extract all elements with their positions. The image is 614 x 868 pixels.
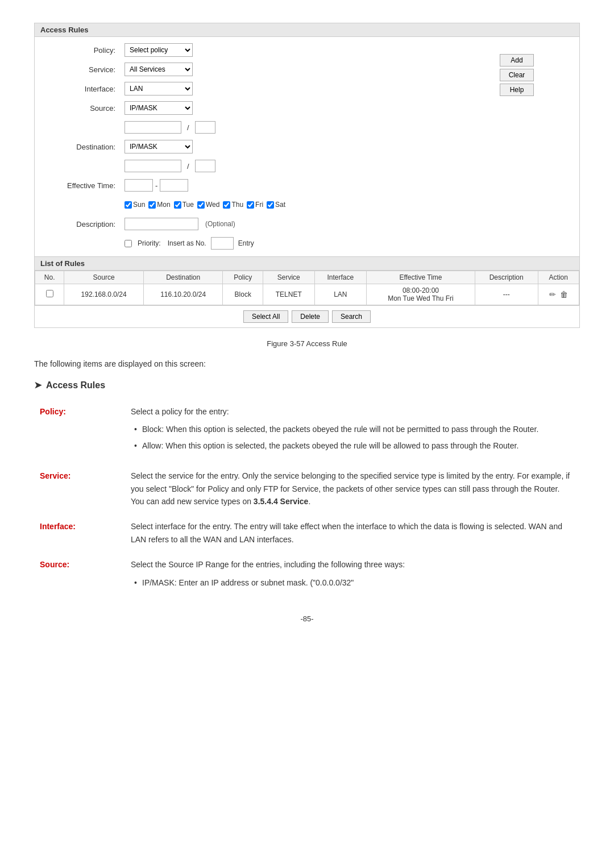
dest-slash: /: [187, 162, 189, 171]
policy-desc-table: Policy: Select a policy for the entry: B…: [34, 402, 580, 460]
service-desc-table: Service: Select the service for the entr…: [34, 466, 580, 511]
col-policy: Policy: [223, 271, 263, 284]
table-row: 192.168.0.0/24 116.10.20.0/24 Block TELN…: [35, 284, 579, 305]
dest-type-row: Destination: IP/MASK IP Range ANY: [46, 139, 568, 154]
row-action: ✏ 🗑: [538, 284, 579, 305]
policy-label: Policy:: [46, 46, 120, 55]
section-title-text: Access Rules: [46, 380, 105, 391]
source-ip-input[interactable]: 0.0.0.0: [125, 121, 181, 134]
row-source: 192.168.0.0/24: [64, 284, 144, 305]
help-button[interactable]: Help: [500, 84, 534, 96]
day-tue[interactable]: Tue: [174, 201, 194, 209]
day-fri[interactable]: Fri: [247, 201, 263, 209]
source-desc-content: Select the Source IP Range for the entri…: [125, 555, 580, 597]
access-rules-panel: Access Rules Policy: Select policy Block…: [34, 23, 580, 328]
figure-caption: Figure 3-57 Access Rule: [34, 339, 580, 348]
service-desc-row: Service: Select the service for the entr…: [34, 466, 580, 511]
col-source: Source: [64, 271, 144, 284]
service-desc-label: Service:: [34, 466, 125, 511]
edit-icon[interactable]: ✏: [549, 290, 556, 299]
day-mon[interactable]: Mon: [148, 201, 170, 209]
add-button[interactable]: Add: [500, 54, 534, 67]
priority-label: Priority:: [138, 239, 161, 247]
row-interface: LAN: [314, 284, 367, 305]
source-desc-row: Source: Select the Source IP Range for t…: [34, 555, 580, 597]
day-sun[interactable]: Sun: [125, 201, 145, 209]
table-actions: Select All Delete Search: [35, 305, 579, 327]
policy-select[interactable]: Select policy Block Allow: [125, 43, 193, 57]
time-range: 00:00 - 24:00: [125, 179, 188, 192]
policy-bullet-allow: Allow: When this option is selected, the…: [131, 438, 574, 454]
day-thu[interactable]: Thu: [223, 201, 243, 209]
col-interface: Interface: [314, 271, 367, 284]
policy-desc-label: Policy:: [34, 402, 125, 460]
source-bullet-ipmask: IP/MASK: Enter an IP address or subnet m…: [131, 575, 574, 591]
policy-desc-content: Select a policy for the entry: Block: Wh…: [125, 402, 580, 460]
interface-desc-content: Select interface for the entry. The entr…: [125, 517, 580, 549]
source-label: Source:: [46, 104, 120, 113]
interface-desc-label: Interface:: [34, 517, 125, 549]
destination-label: Destination:: [46, 143, 120, 151]
source-slash: /: [187, 123, 189, 132]
policy-row: Policy: Select policy Block Allow Add Cl…: [46, 43, 568, 57]
days-checkboxes: Sun Mon Tue Wed Thu Fri Sat: [125, 201, 285, 209]
access-rules-title: Access Rules: [35, 23, 579, 37]
source-intro: Select the Source IP Range for the entri…: [131, 558, 574, 571]
interface-select[interactable]: LAN WAN: [125, 82, 193, 95]
service-select[interactable]: All Services: [125, 63, 193, 76]
effective-time-label: Effective Time:: [46, 181, 120, 190]
priority-checkbox[interactable]: [125, 240, 132, 247]
row-description: ---: [475, 284, 538, 305]
interface-desc-table: Interface: Select interface for the entr…: [34, 517, 580, 549]
interface-label: Interface:: [46, 85, 120, 93]
delete-button[interactable]: Delete: [292, 310, 329, 323]
col-destination: Destination: [143, 271, 223, 284]
dest-ip-row: 0.0.0.0 / 32: [46, 159, 568, 173]
row-checkbox[interactable]: [46, 290, 53, 297]
policy-bullet-block: Block: When this option is selected, the…: [131, 421, 574, 437]
source-bullet-list: IP/MASK: Enter an IP address or subnet m…: [131, 575, 574, 591]
dest-mask-input[interactable]: 32: [195, 160, 215, 172]
page-number: -85-: [34, 614, 580, 623]
row-policy: Block: [223, 284, 263, 305]
source-desc-label: Source:: [34, 555, 125, 597]
row-destination: 116.10.20.0/24: [143, 284, 223, 305]
priority-input[interactable]: [211, 237, 234, 250]
time-start-input[interactable]: 00:00: [125, 179, 153, 192]
source-desc-table: Source: Select the Source IP Range for t…: [34, 555, 580, 597]
list-of-rules-title: List of Rules: [35, 256, 579, 271]
time-dash: -: [155, 181, 157, 190]
dest-ip-input[interactable]: 0.0.0.0: [125, 160, 181, 172]
description-label: Description:: [46, 220, 120, 229]
effective-time-line1: 08:00-20:00: [371, 286, 470, 294]
effective-time-row: Effective Time: 00:00 - 24:00: [46, 178, 568, 193]
priority-prefix: Insert as No.: [168, 239, 206, 247]
day-wed[interactable]: Wed: [197, 201, 219, 209]
policy-intro: Select a policy for the entry:: [131, 405, 574, 418]
arrow-icon: ➤: [34, 380, 42, 391]
day-sat[interactable]: Sat: [267, 201, 285, 209]
service-desc-content: Select the service for the entry. Only t…: [125, 466, 580, 511]
description-input[interactable]: [125, 218, 198, 230]
clear-button[interactable]: Clear: [500, 69, 534, 81]
effective-time-line2: Mon Tue Wed Thu Fri: [371, 294, 470, 302]
delete-icon[interactable]: 🗑: [560, 290, 568, 299]
days-row: Sun Mon Tue Wed Thu Fri Sat: [46, 197, 568, 212]
priority-suffix: Entry: [238, 239, 254, 247]
interface-row: Interface: LAN WAN: [46, 81, 568, 96]
rules-table: No. Source Destination Policy Service In…: [35, 271, 579, 305]
service-label: Service:: [46, 65, 120, 74]
optional-text: (Optional): [205, 220, 235, 228]
source-mask-input[interactable]: 32: [195, 121, 215, 134]
search-button[interactable]: Search: [332, 310, 371, 323]
select-all-button[interactable]: Select All: [243, 310, 288, 323]
service-link: 3.5.4.4 Service: [254, 497, 309, 506]
policy-bullet-list: Block: When this option is selected, the…: [131, 421, 574, 454]
source-ip-row: 0.0.0.0 / 32: [46, 120, 568, 135]
time-end-input[interactable]: 24:00: [160, 179, 188, 192]
source-type-select[interactable]: IP/MASK IP Range ANY: [125, 101, 193, 115]
dest-type-select[interactable]: IP/MASK IP Range ANY: [125, 140, 193, 153]
col-no: No.: [35, 271, 64, 284]
description-row: Description: (Optional): [46, 217, 568, 231]
col-action: Action: [538, 271, 579, 284]
